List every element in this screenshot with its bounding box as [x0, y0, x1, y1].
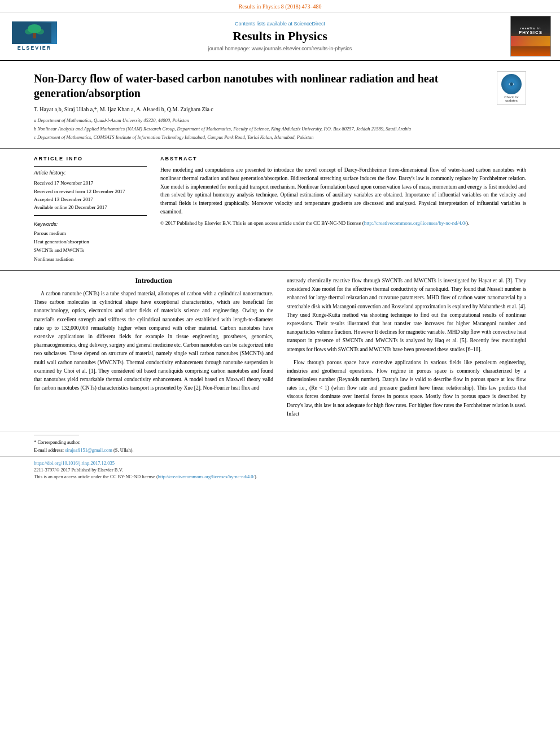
- footnote-star: * Corresponding author.: [34, 439, 526, 447]
- main-content: Introduction A carbon nanotube (CNTs) is…: [0, 271, 560, 429]
- cc-license-link[interactable]: http://creativecommons.org/licenses/by-n…: [364, 220, 466, 226]
- bottom-bar: https://doi.org/10.1016/j.rinp.2017.12.0…: [0, 456, 560, 484]
- abstract-header: ABSTRACT: [160, 156, 526, 161]
- intro-body-right: unsteady chemically reactive flow throug…: [287, 277, 526, 418]
- affiliation-c: c Department of Mathematics, COMSATS Ins…: [34, 134, 488, 141]
- journal-reference-link[interactable]: Results in Physics 8 (2018) 473–480: [239, 3, 322, 10]
- divider: [34, 166, 147, 167]
- keywords-list: Porous medium Heat generation/absorption…: [34, 229, 147, 264]
- copyright-line: 2211-3797/© 2017 Published by Elsevier B…: [34, 467, 526, 473]
- elsevier-logo: ELSEVIER: [9, 21, 60, 51]
- keyword-2: Heat generation/absorption: [34, 238, 147, 246]
- affiliation-a: a Department of Mathematics, Quaid-I-Aza…: [34, 117, 488, 124]
- revised-date: Received in revised form 12 December 201…: [34, 187, 147, 195]
- footnote-text: * Corresponding author. E-mail address: …: [34, 439, 526, 454]
- intro-body-left: A carbon nanotube (CNTs) is a tube shape…: [34, 290, 273, 392]
- article-title-text: Non-Darcy flow of water-based carbon nan…: [34, 71, 488, 142]
- intro-para-3: Flow through porous space have extensive…: [287, 359, 526, 418]
- accepted-date: Accepted 13 December 2017: [34, 195, 147, 203]
- keyword-1: Porous medium: [34, 229, 147, 238]
- footnote-email: E-mail address: sirajsafi151@gmail.com (…: [34, 447, 526, 455]
- results-in-physics-logo: results in PHYSICS: [510, 16, 551, 56]
- elsevier-wordmark: ELSEVIER: [18, 45, 52, 51]
- received-date: Received 17 November 2017: [34, 179, 147, 187]
- main-left-col: Introduction A carbon nanotube (CNTs) is…: [34, 277, 273, 423]
- main-right-col: unsteady chemically reactive flow throug…: [287, 277, 526, 423]
- abstract-text: Here modeling and computations are prese…: [160, 166, 526, 227]
- journal-header: ELSEVIER Contents lists available at Sci…: [0, 12, 560, 61]
- divider2: [34, 215, 147, 216]
- keyword-4: Nonlinear radiation: [34, 255, 147, 264]
- email-link[interactable]: sirajsafi151@gmail.com: [65, 447, 112, 453]
- article-info-col: ARTICLE INFO Article history: Received 1…: [34, 156, 147, 264]
- journal-logo-box: results in PHYSICS: [500, 16, 551, 56]
- article-history-label: Article history:: [34, 170, 147, 176]
- svg-point-6: [510, 82, 513, 86]
- keywords-section: Keywords: Porous medium Heat generation/…: [34, 221, 147, 264]
- abstract-col: ABSTRACT Here modeling and computations …: [160, 156, 526, 264]
- intro-heading: Introduction: [34, 277, 273, 285]
- cc-bottom-link[interactable]: http://creativecommons.org/licenses/by-n…: [158, 474, 255, 479]
- svg-rect-2: [33, 33, 36, 38]
- affiliations: a Department of Mathematics, Quaid-I-Aza…: [34, 117, 488, 141]
- cc-bottom-line: This is an open access article under the…: [34, 474, 526, 479]
- svg-point-3: [25, 29, 33, 34]
- check-updates-icon: [501, 74, 522, 94]
- intro-para-2: unsteady chemically reactive flow throug…: [287, 277, 526, 354]
- keywords-label: Keywords:: [34, 221, 147, 227]
- keyword-3: SWCNTs and MWCNTs: [34, 246, 147, 255]
- check-updates-box: Check for updates: [497, 71, 526, 105]
- top-bar: Results in Physics 8 (2018) 473–480: [0, 0, 560, 12]
- footnote-area: * Corresponding author. E-mail address: …: [0, 431, 560, 456]
- article-info-header: ARTICLE INFO: [34, 156, 147, 161]
- article-title: Non-Darcy flow of water-based carbon nan…: [34, 71, 488, 101]
- check-updates-label: Check for updates: [500, 95, 523, 102]
- cc-license-line: © 2017 Published by Elsevier B.V. This i…: [160, 220, 526, 228]
- svg-point-4: [36, 29, 44, 34]
- available-date: Available online 20 December 2017: [34, 203, 147, 211]
- affiliation-b: b Nonlinear Analysis and Applied Mathema…: [34, 125, 488, 133]
- homepage-line: journal homepage: www.journals.elsevier.…: [65, 46, 495, 51]
- article-title-section: Non-Darcy flow of water-based carbon nan…: [0, 61, 560, 149]
- elsevier-logo-image: [12, 21, 57, 44]
- intro-para-1: A carbon nanotube (CNTs) is a tube shape…: [34, 290, 273, 392]
- doi-link[interactable]: https://doi.org/10.1016/j.rinp.2017.12.0…: [34, 460, 526, 466]
- contents-line: Contents lists available at ScienceDirec…: [65, 21, 495, 27]
- footnote-divider: [34, 435, 79, 435]
- journal-title: Results in Physics: [65, 29, 495, 43]
- journal-center: Contents lists available at ScienceDirec…: [65, 21, 495, 51]
- authors-line: T. Hayat a,b, Siraj Ullah a,*, M. Ijaz K…: [34, 106, 488, 112]
- article-info-abstract-section: ARTICLE INFO Article history: Received 1…: [0, 149, 560, 271]
